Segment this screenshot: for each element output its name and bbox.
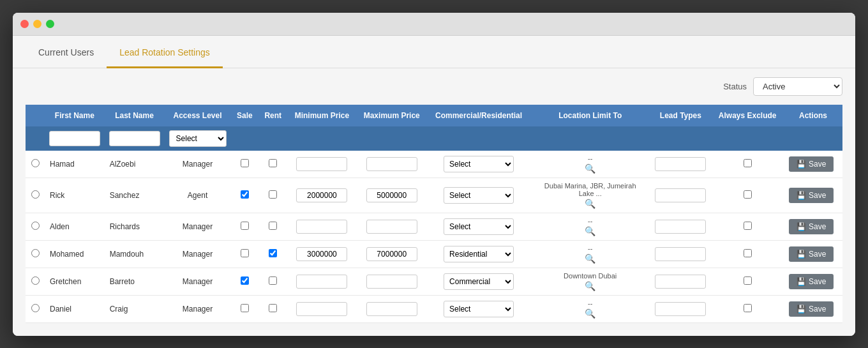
row-rent-checkbox-3[interactable] bbox=[269, 249, 277, 257]
filter-access-level-select[interactable]: Select Manager Agent bbox=[169, 130, 227, 147]
row-save-icon-4: 💾 bbox=[797, 277, 806, 286]
row-save-button-5[interactable]: 💾 Save bbox=[789, 301, 834, 317]
row-min-price-input-3[interactable] bbox=[296, 247, 347, 261]
row-min-price-input-4[interactable] bbox=[296, 275, 347, 289]
row-last-name: Mamdouh bbox=[105, 240, 165, 268]
row-lead-types-cell bbox=[650, 295, 711, 322]
row-location-search-icon-2[interactable]: 🔍 bbox=[585, 226, 595, 236]
row-lead-types-input-1[interactable] bbox=[655, 188, 706, 202]
tab-bar: Current Users Lead Rotation Settings bbox=[13, 36, 855, 68]
filter-radio-spacer bbox=[26, 126, 45, 151]
row-max-price-input-5[interactable] bbox=[366, 302, 417, 316]
row-radio-0[interactable] bbox=[31, 159, 40, 167]
row-location-search-icon-1[interactable]: 🔍 bbox=[585, 199, 595, 209]
close-button[interactable] bbox=[20, 20, 29, 28]
row-max-price-input-0[interactable] bbox=[366, 157, 417, 171]
row-location-search-icon-0[interactable]: 🔍 bbox=[585, 163, 595, 174]
row-always-exclude-checkbox-4[interactable] bbox=[744, 276, 752, 285]
row-sale-checkbox-3[interactable] bbox=[241, 249, 249, 257]
col-comm-res: Commercial/Residential bbox=[427, 105, 530, 126]
row-radio-5[interactable] bbox=[31, 304, 40, 312]
row-max-price-input-3[interactable] bbox=[366, 247, 417, 261]
row-min-price-input-0[interactable] bbox=[296, 157, 347, 171]
row-sale-checkbox-2[interactable] bbox=[241, 222, 249, 230]
row-location-search-icon-3[interactable]: 🔍 bbox=[585, 253, 595, 264]
row-always-exclude-checkbox-0[interactable] bbox=[744, 159, 752, 167]
row-last-name: AlZoebi bbox=[105, 151, 165, 178]
row-comm-res-select-0[interactable]: SelectCommercialResidential bbox=[444, 156, 514, 172]
row-save-button-0[interactable]: 💾 Save bbox=[789, 156, 834, 172]
tab-lead-rotation[interactable]: Lead Rotation Settings bbox=[107, 36, 223, 68]
row-radio-cell bbox=[26, 151, 45, 178]
row-save-icon-1: 💾 bbox=[797, 191, 806, 200]
row-sale-checkbox-0[interactable] bbox=[241, 159, 249, 167]
row-min-price-input-1[interactable] bbox=[296, 188, 347, 202]
row-always-exclude-checkbox-5[interactable] bbox=[744, 304, 752, 312]
tab-current-users[interactable]: Current Users bbox=[26, 36, 107, 68]
row-lead-types-input-0[interactable] bbox=[655, 157, 706, 171]
row-comm-res-select-2[interactable]: SelectCommercialResidential bbox=[444, 218, 514, 235]
row-comm-res-select-3[interactable]: SelectCommercialResidential bbox=[444, 246, 514, 262]
row-rent-checkbox-5[interactable] bbox=[269, 304, 277, 312]
row-access-level: Manager bbox=[164, 213, 230, 240]
row-max-price-cell bbox=[356, 295, 427, 322]
row-rent-checkbox-0[interactable] bbox=[269, 159, 277, 167]
row-save-button-1[interactable]: 💾 Save bbox=[789, 188, 834, 203]
main-window: Current Users Lead Rotation Settings Sta… bbox=[13, 13, 855, 336]
row-first-name: Hamad bbox=[45, 151, 105, 178]
row-lead-types-input-4[interactable] bbox=[655, 275, 706, 289]
row-always-exclude-checkbox-1[interactable] bbox=[744, 190, 752, 199]
row-min-price-cell bbox=[287, 178, 356, 213]
row-access-level: Manager bbox=[164, 268, 230, 295]
row-radio-2[interactable] bbox=[31, 222, 40, 230]
row-rent-checkbox-1[interactable] bbox=[269, 190, 277, 199]
filter-last-name-input[interactable] bbox=[109, 131, 160, 146]
row-location-cell: Downtown Dubai 🔍 bbox=[530, 268, 650, 295]
filter-first-name-cell bbox=[45, 126, 105, 151]
row-sale-checkbox-4[interactable] bbox=[241, 276, 249, 285]
row-always-exclude-checkbox-3[interactable] bbox=[744, 249, 752, 257]
row-lead-types-input-5[interactable] bbox=[655, 302, 706, 316]
row-max-price-input-4[interactable] bbox=[366, 275, 417, 289]
row-radio-1[interactable] bbox=[31, 190, 40, 199]
row-sale-checkbox-5[interactable] bbox=[241, 304, 249, 312]
filter-first-name-input[interactable] bbox=[49, 131, 100, 146]
row-rent-checkbox-2[interactable] bbox=[269, 222, 277, 230]
row-min-price-cell bbox=[287, 268, 356, 295]
row-radio-3[interactable] bbox=[31, 249, 40, 257]
row-comm-res-select-1[interactable]: SelectCommercialResidential bbox=[444, 187, 514, 204]
row-first-name: Daniel bbox=[45, 295, 105, 322]
row-radio-4[interactable] bbox=[31, 276, 40, 285]
row-comm-res-select-4[interactable]: SelectCommercialResidential bbox=[444, 273, 514, 290]
row-save-button-4[interactable]: 💾 Save bbox=[789, 274, 834, 289]
row-save-button-2[interactable]: 💾 Save bbox=[789, 219, 834, 234]
row-location-search-icon-4[interactable]: 🔍 bbox=[585, 281, 595, 291]
row-actions-cell: 💾 Save bbox=[784, 295, 842, 322]
titlebar bbox=[13, 13, 855, 36]
row-rent-checkbox-4[interactable] bbox=[269, 276, 277, 285]
row-lead-types-input-3[interactable] bbox=[655, 247, 706, 261]
row-save-button-3[interactable]: 💾 Save bbox=[789, 246, 834, 262]
status-select[interactable]: Active Inactive bbox=[753, 77, 842, 96]
col-sale: Sale bbox=[231, 105, 258, 126]
filter-last-name-cell bbox=[105, 126, 165, 151]
maximize-button[interactable] bbox=[46, 20, 54, 28]
row-min-price-input-5[interactable] bbox=[296, 302, 347, 316]
table-row: Daniel Craig Manager SelectCommercialRes… bbox=[26, 295, 842, 322]
row-max-price-input-1[interactable] bbox=[366, 188, 417, 202]
minimize-button[interactable] bbox=[33, 20, 41, 28]
row-location-search-icon-5[interactable]: 🔍 bbox=[585, 308, 595, 319]
row-max-price-input-2[interactable] bbox=[366, 220, 417, 234]
col-access-level: Access Level bbox=[164, 105, 230, 126]
row-sale-checkbox-1[interactable] bbox=[241, 190, 249, 199]
table-wrapper: First Name Last Name Access Level Sale R… bbox=[13, 105, 855, 336]
row-comm-res-select-5[interactable]: SelectCommercialResidential bbox=[444, 301, 514, 317]
row-max-price-cell bbox=[356, 178, 427, 213]
row-location-text-5: -- bbox=[588, 299, 592, 307]
row-lead-types-input-2[interactable] bbox=[655, 220, 706, 234]
row-first-name: Alden bbox=[45, 213, 105, 240]
row-always-exclude-checkbox-2[interactable] bbox=[744, 222, 752, 230]
row-min-price-input-2[interactable] bbox=[296, 220, 347, 234]
col-last-name: Last Name bbox=[105, 105, 165, 126]
col-min-price: Minimum Price bbox=[287, 105, 356, 126]
